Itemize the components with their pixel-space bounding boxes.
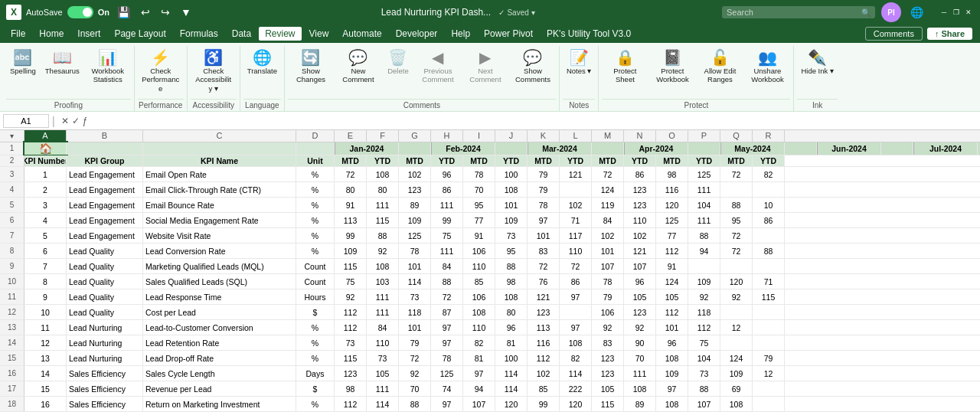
cell-q2[interactable]: MTD xyxy=(720,155,753,167)
cell-k9[interactable]: 72 xyxy=(528,259,560,273)
menu-data[interactable]: Data xyxy=(226,27,257,41)
cell-f12[interactable]: 111 xyxy=(367,305,399,319)
cell-o11[interactable]: 105 xyxy=(656,289,688,304)
cell-g8[interactable]: 78 xyxy=(399,244,431,258)
cell-o13[interactable]: 101 xyxy=(656,320,688,335)
cell-c4[interactable]: Email Click-Through Rate (CTR) xyxy=(143,182,296,197)
cell-m4[interactable]: 124 xyxy=(592,182,624,197)
cell-h11[interactable]: 72 xyxy=(431,289,463,304)
cell-n18[interactable]: 89 xyxy=(624,397,656,411)
cell-a16[interactable]: 14 xyxy=(24,366,67,381)
cell-n7[interactable]: 102 xyxy=(624,228,656,243)
cell-k10[interactable]: 76 xyxy=(528,274,560,289)
show-changes-button[interactable]: 🔄 Show Changes xyxy=(288,47,334,87)
minimize-button[interactable]: ─ xyxy=(939,7,949,18)
cell-q15[interactable]: 124 xyxy=(720,351,753,365)
menu-developer[interactable]: Developer xyxy=(390,27,444,41)
cell-m17[interactable]: 105 xyxy=(592,381,624,396)
cell-f17[interactable]: 111 xyxy=(367,381,399,396)
cell-i16[interactable]: 97 xyxy=(463,366,495,381)
cell-k8[interactable]: 83 xyxy=(528,244,560,258)
row-num-6[interactable]: 6 xyxy=(0,213,24,227)
cell-h6[interactable]: 99 xyxy=(431,213,463,227)
cell-m11[interactable]: 79 xyxy=(592,289,624,304)
cell-l11[interactable]: 97 xyxy=(560,289,592,304)
cell-j5[interactable]: 101 xyxy=(495,198,528,212)
cell-r14[interactable] xyxy=(753,335,785,350)
protect-sheet-button[interactable]: 🔒 Protect Sheet xyxy=(602,47,648,87)
cell-q7[interactable]: 72 xyxy=(720,228,753,243)
row-num-11[interactable]: 11 xyxy=(0,289,24,304)
cell-o17[interactable]: 97 xyxy=(656,381,688,396)
cell-h17[interactable]: 74 xyxy=(431,381,463,396)
cell-g12[interactable]: 118 xyxy=(399,305,431,319)
col-header-n[interactable]: N xyxy=(624,130,656,142)
row-num-16[interactable]: 16 xyxy=(0,366,24,381)
cell-g5[interactable]: 89 xyxy=(399,198,431,212)
cell-o15[interactable]: 108 xyxy=(656,351,688,365)
col-header-d[interactable]: D xyxy=(296,130,335,142)
cell-f16[interactable]: 105 xyxy=(367,366,399,381)
cell-h3[interactable]: 96 xyxy=(431,167,463,181)
col-header-i[interactable]: I xyxy=(463,130,495,142)
share-button[interactable]: ↑ Share xyxy=(927,28,972,40)
col-header-m[interactable]: M xyxy=(592,130,624,142)
cell-g14[interactable]: 79 xyxy=(399,335,431,350)
col-header-j[interactable]: J xyxy=(495,130,528,142)
cell-q16[interactable]: 109 xyxy=(720,366,753,381)
cell-e10[interactable]: 75 xyxy=(335,274,367,289)
cell-c2[interactable]: KPI Name xyxy=(143,155,296,167)
cell-b9[interactable]: Lead Quality xyxy=(67,259,143,273)
cell-c7[interactable]: Website Visit Rate xyxy=(143,228,296,243)
cell-a4[interactable]: 2 xyxy=(24,182,67,197)
cell-f13[interactable]: 84 xyxy=(367,320,399,335)
cell-e13[interactable]: 112 xyxy=(335,320,367,335)
cell-f9[interactable]: 108 xyxy=(367,259,399,273)
restore-button[interactable]: ❐ xyxy=(951,7,962,18)
cell-e16[interactable]: 123 xyxy=(335,366,367,381)
globe-icon[interactable]: 🌐 xyxy=(907,5,926,20)
cell-p6[interactable]: 111 xyxy=(688,213,720,227)
cell-g3[interactable]: 102 xyxy=(399,167,431,181)
cell-o10[interactable]: 124 xyxy=(656,274,688,289)
cell-d3[interactable]: % xyxy=(296,167,335,181)
cell-a7[interactable]: 5 xyxy=(24,228,67,243)
cell-j16[interactable]: 114 xyxy=(495,366,528,381)
cell-p5[interactable]: 104 xyxy=(688,198,720,212)
cell-d11[interactable]: Hours xyxy=(296,289,335,304)
col-header-r[interactable]: R xyxy=(753,130,785,142)
cell-j14[interactable]: 81 xyxy=(495,335,528,350)
menu-pk-utility[interactable]: PK's Utility Tool V3.0 xyxy=(541,27,637,41)
cell-m7[interactable]: 102 xyxy=(592,228,624,243)
cell-a1[interactable]: 🏠 xyxy=(24,142,67,155)
col-header-f[interactable]: F xyxy=(367,130,399,142)
cell-l14[interactable]: 108 xyxy=(560,335,592,350)
cell-n13[interactable]: 92 xyxy=(624,320,656,335)
cell-q13[interactable]: 12 xyxy=(720,320,753,335)
row-num-10[interactable]: 10 xyxy=(0,274,24,289)
cell-e9[interactable]: 115 xyxy=(335,259,367,273)
row-num-8[interactable]: 8 xyxy=(0,244,24,258)
row-num-7[interactable]: 7 xyxy=(0,228,24,243)
cell-c3[interactable]: Email Open Rate xyxy=(143,167,296,181)
cell-e2[interactable]: MTD xyxy=(335,155,367,167)
cell-d7[interactable]: % xyxy=(296,228,335,243)
cell-c18[interactable]: Return on Marketing Investment xyxy=(143,397,296,411)
cell-h15[interactable]: 78 xyxy=(431,351,463,365)
cell-r5[interactable]: 10 xyxy=(753,198,785,212)
cell-e15[interactable]: 115 xyxy=(335,351,367,365)
cell-h12[interactable]: 87 xyxy=(431,305,463,319)
cell-g16[interactable]: 92 xyxy=(399,366,431,381)
cell-b17[interactable]: Sales Efficiency xyxy=(67,381,143,396)
cell-d15[interactable]: % xyxy=(296,351,335,365)
cell-f4[interactable]: 80 xyxy=(367,182,399,197)
cell-o3[interactable]: 98 xyxy=(656,167,688,181)
cell-i15[interactable]: 81 xyxy=(463,351,495,365)
cell-d5[interactable]: % xyxy=(296,198,335,212)
cell-i7[interactable]: 91 xyxy=(463,228,495,243)
cell-o9[interactable]: 91 xyxy=(656,259,688,273)
cell-p18[interactable]: 107 xyxy=(688,397,720,411)
protect-workbook-button[interactable]: 📓 Protect Workbook xyxy=(649,47,695,87)
cell-b14[interactable]: Lead Nurturing xyxy=(67,335,143,350)
cell-i11[interactable]: 106 xyxy=(463,289,495,304)
